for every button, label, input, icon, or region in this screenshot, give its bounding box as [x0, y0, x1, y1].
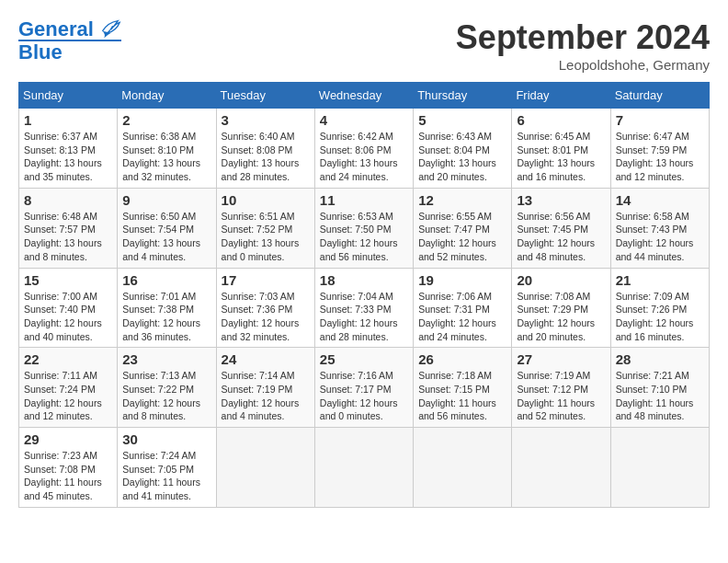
calendar-cell: 10Sunrise: 6:51 AM Sunset: 7:52 PM Dayli… [216, 188, 314, 268]
day-info: Sunrise: 6:50 AM Sunset: 7:54 PM Dayligh… [122, 210, 210, 264]
day-info: Sunrise: 7:03 AM Sunset: 7:36 PM Dayligh… [222, 290, 310, 344]
calendar-cell: 5Sunrise: 6:43 AM Sunset: 8:04 PM Daylig… [414, 109, 512, 189]
calendar-cell: 15Sunrise: 7:00 AM Sunset: 7:40 PM Dayli… [19, 268, 118, 348]
day-number: 29 [24, 431, 112, 447]
week-row-4: 22Sunrise: 7:11 AM Sunset: 7:24 PM Dayli… [19, 348, 710, 428]
logo-text2: Blue [18, 40, 121, 63]
calendar-cell: 29Sunrise: 7:23 AM Sunset: 7:08 PM Dayli… [19, 428, 118, 508]
title-block: September 2024 Leopoldshohe, Germany [456, 18, 710, 73]
day-info: Sunrise: 7:14 AM Sunset: 7:19 PM Dayligh… [222, 369, 310, 423]
logo: General Blue [18, 18, 121, 63]
calendar-cell [512, 428, 610, 508]
day-info: Sunrise: 7:19 AM Sunset: 7:12 PM Dayligh… [517, 369, 605, 423]
day-info: Sunrise: 6:38 AM Sunset: 8:10 PM Dayligh… [122, 130, 210, 184]
day-info: Sunrise: 6:42 AM Sunset: 8:06 PM Dayligh… [320, 130, 408, 184]
calendar-cell: 27Sunrise: 7:19 AM Sunset: 7:12 PM Dayli… [512, 348, 610, 428]
day-number: 11 [320, 192, 408, 208]
day-number: 10 [222, 192, 310, 208]
calendar-cell: 23Sunrise: 7:13 AM Sunset: 7:22 PM Dayli… [118, 348, 216, 428]
calendar-cell: 14Sunrise: 6:58 AM Sunset: 7:43 PM Dayli… [610, 188, 709, 268]
day-number: 28 [616, 351, 704, 367]
calendar-cell: 4Sunrise: 6:42 AM Sunset: 8:06 PM Daylig… [314, 109, 413, 189]
calendar-cell: 6Sunrise: 6:45 AM Sunset: 8:01 PM Daylig… [512, 109, 610, 189]
day-info: Sunrise: 7:21 AM Sunset: 7:10 PM Dayligh… [616, 369, 704, 423]
weekday-header-friday: Friday [512, 83, 610, 109]
logo-text: General [18, 18, 121, 41]
day-info: Sunrise: 7:13 AM Sunset: 7:22 PM Dayligh… [122, 369, 210, 423]
day-number: 12 [418, 192, 506, 208]
day-number: 8 [24, 192, 112, 208]
calendar-cell: 13Sunrise: 6:56 AM Sunset: 7:45 PM Dayli… [512, 188, 610, 268]
day-info: Sunrise: 6:40 AM Sunset: 8:08 PM Dayligh… [222, 130, 310, 184]
calendar-cell: 19Sunrise: 7:06 AM Sunset: 7:31 PM Dayli… [414, 268, 512, 348]
location: Leopoldshohe, Germany [456, 57, 710, 73]
day-number: 4 [320, 112, 408, 128]
day-info: Sunrise: 7:04 AM Sunset: 7:33 PM Dayligh… [320, 290, 408, 344]
day-number: 17 [222, 272, 310, 288]
calendar-cell: 2Sunrise: 6:38 AM Sunset: 8:10 PM Daylig… [118, 109, 216, 189]
weekday-header-saturday: Saturday [610, 83, 709, 109]
weekday-header-tuesday: Tuesday [216, 83, 314, 109]
month-title: September 2024 [456, 18, 710, 57]
day-number: 20 [517, 272, 605, 288]
calendar-cell [414, 428, 512, 508]
day-number: 5 [418, 112, 506, 128]
day-info: Sunrise: 6:53 AM Sunset: 7:50 PM Dayligh… [320, 210, 408, 264]
page-header: General Blue September 2024 Leopoldshohe… [18, 18, 710, 73]
day-info: Sunrise: 7:11 AM Sunset: 7:24 PM Dayligh… [24, 369, 112, 423]
calendar-cell: 8Sunrise: 6:48 AM Sunset: 7:57 PM Daylig… [19, 188, 118, 268]
calendar-cell: 11Sunrise: 6:53 AM Sunset: 7:50 PM Dayli… [314, 188, 413, 268]
weekday-header-monday: Monday [118, 83, 216, 109]
calendar-cell: 16Sunrise: 7:01 AM Sunset: 7:38 PM Dayli… [118, 268, 216, 348]
calendar-cell: 21Sunrise: 7:09 AM Sunset: 7:26 PM Dayli… [610, 268, 709, 348]
day-info: Sunrise: 7:06 AM Sunset: 7:31 PM Dayligh… [418, 290, 506, 344]
day-number: 25 [320, 351, 408, 367]
day-info: Sunrise: 7:01 AM Sunset: 7:38 PM Dayligh… [122, 290, 210, 344]
day-number: 1 [24, 112, 112, 128]
day-info: Sunrise: 6:43 AM Sunset: 8:04 PM Dayligh… [418, 130, 506, 184]
day-info: Sunrise: 6:37 AM Sunset: 8:13 PM Dayligh… [24, 130, 112, 184]
day-number: 24 [222, 351, 310, 367]
week-row-1: 1Sunrise: 6:37 AM Sunset: 8:13 PM Daylig… [19, 109, 710, 189]
weekday-header-wednesday: Wednesday [314, 83, 413, 109]
day-info: Sunrise: 7:08 AM Sunset: 7:29 PM Dayligh… [517, 290, 605, 344]
day-info: Sunrise: 6:47 AM Sunset: 7:59 PM Dayligh… [616, 130, 704, 184]
calendar-cell: 1Sunrise: 6:37 AM Sunset: 8:13 PM Daylig… [19, 109, 118, 189]
calendar-cell: 26Sunrise: 7:18 AM Sunset: 7:15 PM Dayli… [414, 348, 512, 428]
day-info: Sunrise: 7:24 AM Sunset: 7:05 PM Dayligh… [122, 449, 210, 503]
day-number: 9 [122, 192, 210, 208]
day-info: Sunrise: 6:51 AM Sunset: 7:52 PM Dayligh… [222, 210, 310, 264]
calendar-cell [610, 428, 709, 508]
day-number: 15 [24, 272, 112, 288]
day-number: 13 [517, 192, 605, 208]
day-info: Sunrise: 6:48 AM Sunset: 7:57 PM Dayligh… [24, 210, 112, 264]
calendar-table: SundayMondayTuesdayWednesdayThursdayFrid… [18, 82, 710, 508]
day-number: 6 [517, 112, 605, 128]
day-number: 21 [616, 272, 704, 288]
day-info: Sunrise: 7:09 AM Sunset: 7:26 PM Dayligh… [616, 290, 704, 344]
day-number: 27 [517, 351, 605, 367]
week-row-3: 15Sunrise: 7:00 AM Sunset: 7:40 PM Dayli… [19, 268, 710, 348]
calendar-cell: 28Sunrise: 7:21 AM Sunset: 7:10 PM Dayli… [610, 348, 709, 428]
day-info: Sunrise: 6:55 AM Sunset: 7:47 PM Dayligh… [418, 210, 506, 264]
day-info: Sunrise: 7:23 AM Sunset: 7:08 PM Dayligh… [24, 449, 112, 503]
day-info: Sunrise: 7:16 AM Sunset: 7:17 PM Dayligh… [320, 369, 408, 423]
calendar-cell: 25Sunrise: 7:16 AM Sunset: 7:17 PM Dayli… [314, 348, 413, 428]
week-row-2: 8Sunrise: 6:48 AM Sunset: 7:57 PM Daylig… [19, 188, 710, 268]
day-info: Sunrise: 7:18 AM Sunset: 7:15 PM Dayligh… [418, 369, 506, 423]
day-number: 30 [122, 431, 210, 447]
day-info: Sunrise: 7:00 AM Sunset: 7:40 PM Dayligh… [24, 290, 112, 344]
weekday-header-sunday: Sunday [19, 83, 118, 109]
calendar-cell [216, 428, 314, 508]
day-number: 2 [122, 112, 210, 128]
day-number: 19 [418, 272, 506, 288]
day-number: 18 [320, 272, 408, 288]
calendar-cell: 22Sunrise: 7:11 AM Sunset: 7:24 PM Dayli… [19, 348, 118, 428]
calendar-cell: 20Sunrise: 7:08 AM Sunset: 7:29 PM Dayli… [512, 268, 610, 348]
day-number: 3 [222, 112, 310, 128]
day-number: 22 [24, 351, 112, 367]
calendar-cell: 3Sunrise: 6:40 AM Sunset: 8:08 PM Daylig… [216, 109, 314, 189]
calendar-cell: 12Sunrise: 6:55 AM Sunset: 7:47 PM Dayli… [414, 188, 512, 268]
day-number: 14 [616, 192, 704, 208]
day-number: 26 [418, 351, 506, 367]
